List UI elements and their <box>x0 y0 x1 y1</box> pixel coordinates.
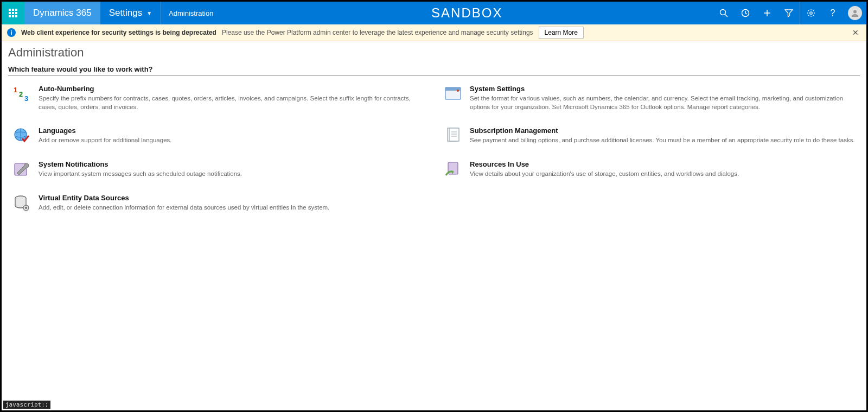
svg-rect-3 <box>9 12 11 14</box>
user-avatar-icon <box>848 6 862 20</box>
tile-system-notifications[interactable]: System Notifications View important syst… <box>8 157 429 191</box>
nav-center: SANDBOX <box>221 2 713 24</box>
tile-desc: View important system messages such as s… <box>39 170 242 179</box>
tile-title: Languages <box>39 126 172 135</box>
settings-window-icon <box>444 85 462 103</box>
chevron-down-icon: ▼ <box>146 10 152 16</box>
user-avatar-button[interactable] <box>844 2 866 24</box>
svg-rect-6 <box>9 15 11 17</box>
app-launcher-button[interactable] <box>2 2 24 24</box>
svg-point-9 <box>720 10 726 15</box>
svg-point-19 <box>457 90 459 92</box>
svg-rect-2 <box>15 9 17 11</box>
content-area: Administration Which feature would you l… <box>2 41 866 410</box>
resources-icon <box>444 160 462 179</box>
gear-icon <box>807 9 815 17</box>
notification-close-button[interactable]: ✕ <box>850 26 861 39</box>
area-label: Settings <box>109 8 142 18</box>
tile-title: Virtual Entity Data Sources <box>39 194 329 202</box>
svg-rect-5 <box>15 12 17 14</box>
svg-rect-1 <box>12 9 14 11</box>
tile-auto-numbering[interactable]: 123 Auto-Numbering Specify the prefix nu… <box>8 81 429 123</box>
notification-message: Please use the Power Platform admin cent… <box>222 29 533 36</box>
tile-desc: See payment and billing options, and pur… <box>470 136 855 145</box>
recent-button[interactable] <box>735 2 756 24</box>
new-button[interactable] <box>756 2 778 24</box>
svg-rect-22 <box>449 128 459 141</box>
tile-title: System Settings <box>470 85 860 93</box>
notification-title: Web client experience for security setti… <box>21 29 216 36</box>
tile-desc: Specify the prefix numbers for contracts… <box>39 94 429 111</box>
numbering-icon: 123 <box>12 85 31 103</box>
page-title: Administration <box>8 46 860 60</box>
search-button[interactable] <box>713 2 735 24</box>
brand-button[interactable]: Dynamics 365 <box>24 2 100 24</box>
info-icon: i <box>7 28 16 37</box>
learn-more-button[interactable]: Learn More <box>539 27 584 39</box>
svg-point-30 <box>25 207 27 209</box>
tile-title: Auto-Numbering <box>39 85 429 93</box>
tile-languages[interactable]: Languages Add or remove support for addi… <box>8 123 429 157</box>
plus-icon <box>763 9 771 17</box>
tile-title: Subscription Management <box>470 126 855 135</box>
breadcrumb[interactable]: Administration <box>161 2 221 24</box>
wrench-box-icon <box>12 160 31 179</box>
page-prompt: Which feature would you like to work wit… <box>8 65 860 76</box>
notification-bar: i Web client experience for security set… <box>2 24 866 41</box>
svg-point-12 <box>810 12 812 14</box>
help-icon: ? <box>831 8 835 18</box>
tile-desc: Add or remove support for additional lan… <box>39 136 172 145</box>
tile-title: System Notifications <box>39 160 242 168</box>
tile-subscription-management[interactable]: Subscription Management See payment and … <box>439 123 860 157</box>
search-icon <box>719 9 728 17</box>
environment-label: SANDBOX <box>431 5 502 21</box>
svg-rect-8 <box>15 15 17 17</box>
document-icon <box>444 126 462 145</box>
feature-grid: 123 Auto-Numbering Specify the prefix nu… <box>8 81 860 224</box>
filter-button[interactable] <box>778 2 800 24</box>
svg-rect-4 <box>12 12 14 14</box>
tile-title: Resources In Use <box>470 160 739 168</box>
database-gear-icon <box>12 194 31 212</box>
tile-virtual-entity-data-sources[interactable]: Virtual Entity Data Sources Add, edit, o… <box>8 191 429 224</box>
help-button[interactable]: ? <box>822 2 844 24</box>
svg-rect-0 <box>9 9 11 11</box>
clock-icon <box>741 9 750 17</box>
status-bar: javascript:; <box>3 401 50 409</box>
tile-desc: Set the format for various values, such … <box>470 94 860 111</box>
settings-button[interactable] <box>800 2 822 24</box>
funnel-icon <box>784 9 793 17</box>
svg-line-10 <box>725 15 728 17</box>
nav-actions: ? <box>713 2 866 24</box>
tile-resources-in-use[interactable]: Resources In Use View details about your… <box>439 157 860 191</box>
globe-check-icon <box>12 126 31 145</box>
svg-text:2: 2 <box>19 90 23 98</box>
svg-rect-7 <box>12 15 14 17</box>
close-icon: ✕ <box>852 28 859 37</box>
top-nav: Dynamics 365 Settings ▼ Administration S… <box>2 2 866 24</box>
svg-text:1: 1 <box>14 86 17 94</box>
waffle-icon <box>9 9 17 17</box>
svg-point-13 <box>853 10 857 14</box>
tile-desc: Add, edit, or delete connection informat… <box>39 204 329 212</box>
area-dropdown[interactable]: Settings ▼ <box>100 2 161 24</box>
svg-text:3: 3 <box>24 94 28 103</box>
tile-desc: View details about your organization's u… <box>470 170 739 179</box>
tile-system-settings[interactable]: System Settings Set the format for vario… <box>439 81 860 123</box>
